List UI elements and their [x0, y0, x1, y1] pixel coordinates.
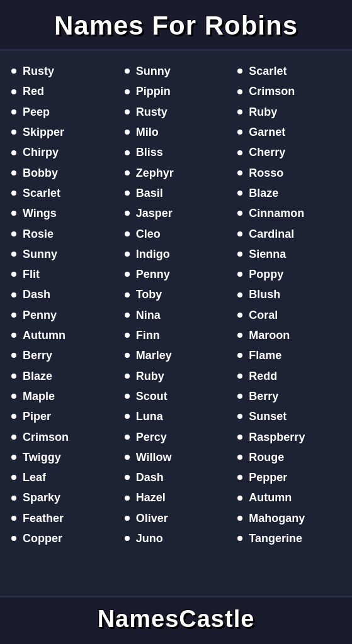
name-label: Cardinal [249, 226, 294, 242]
list-item: Nina [125, 305, 228, 325]
page-header: Names For Robins [0, 0, 352, 51]
list-item: Copper [11, 528, 115, 548]
bullet-icon [11, 414, 16, 419]
bullet-icon [125, 394, 130, 399]
list-item: Feather [11, 508, 115, 528]
bullet-icon [125, 252, 130, 257]
list-item: Sunset [237, 406, 341, 426]
name-label: Garnet [249, 125, 285, 140]
name-label: Raspberry [249, 430, 305, 445]
bullet-icon [125, 170, 130, 175]
bullet-icon [11, 130, 16, 135]
bullet-icon [11, 536, 16, 541]
name-label: Maroon [249, 328, 290, 343]
bullet-icon [237, 150, 242, 155]
list-item: Skipper [11, 122, 115, 142]
list-item: Penny [125, 264, 228, 284]
list-item: Mahogany [237, 508, 341, 528]
bullet-icon [237, 313, 242, 318]
name-label: Blaze [23, 369, 52, 384]
list-item: Sunny [11, 244, 115, 264]
column-1: RustyRedPeepSkipperChirpyBobbyScarletWin… [6, 61, 120, 586]
list-item: Cinnamon [237, 203, 341, 223]
bullet-icon [237, 191, 242, 196]
list-item: Tangerine [237, 528, 341, 548]
name-label: Hazel [136, 490, 166, 505]
name-label: Maple [23, 389, 55, 404]
list-item: Blaze [237, 183, 341, 203]
name-label: Piper [23, 409, 51, 424]
bullet-icon [125, 475, 130, 480]
bullet-icon [237, 292, 242, 297]
name-label: Scarlet [23, 186, 60, 201]
name-label: Poppy [249, 267, 283, 282]
bullet-icon [125, 150, 130, 155]
bullet-icon [125, 536, 130, 541]
name-label: Wings [23, 206, 57, 221]
name-label: Flit [23, 267, 40, 282]
list-item: Hazel [125, 487, 228, 508]
list-item: Red [11, 81, 115, 101]
bullet-icon [237, 455, 242, 460]
name-label: Zephyr [136, 165, 174, 180]
name-label: Rusty [136, 104, 167, 119]
bullet-icon [125, 496, 130, 501]
bullet-icon [125, 109, 130, 114]
name-label: Feather [23, 511, 64, 526]
list-item: Leaf [11, 467, 115, 487]
name-label: Tangerine [249, 531, 302, 546]
list-item: Scarlet [237, 61, 341, 81]
name-label: Rusty [23, 64, 54, 79]
name-label: Toby [136, 287, 162, 302]
list-item: Maroon [237, 325, 341, 345]
bullet-icon [237, 89, 242, 94]
list-item: Bobby [11, 163, 115, 183]
name-label: Nina [136, 308, 161, 323]
name-label: Crimson [23, 430, 69, 445]
bullet-icon [125, 414, 130, 419]
page-title: Names For Robins [10, 11, 342, 40]
list-item: Pepper [237, 467, 341, 487]
list-item: Cardinal [237, 224, 341, 244]
bullet-icon [237, 475, 242, 480]
name-label: Scarlet [249, 64, 287, 79]
list-item: Penny [11, 305, 115, 325]
bullet-icon [11, 455, 16, 460]
name-label: Twiggy [23, 450, 61, 465]
name-label: Rouge [249, 450, 284, 465]
bullet-icon [11, 211, 16, 216]
bullet-icon [237, 69, 242, 74]
name-label: Willow [136, 450, 172, 465]
list-item: Toby [125, 284, 228, 304]
bullet-icon [125, 191, 130, 196]
name-label: Sunny [23, 247, 57, 262]
name-label: Oliver [136, 511, 168, 526]
list-item: Poppy [237, 264, 341, 284]
name-label: Indigo [136, 247, 170, 262]
name-label: Flame [249, 348, 281, 363]
list-item: Berry [11, 345, 115, 365]
bullet-icon [237, 170, 242, 175]
list-item: Juno [125, 528, 228, 548]
name-label: Cleo [136, 226, 161, 242]
list-item: Scarlet [11, 183, 115, 203]
list-item: Rusty [11, 61, 115, 81]
list-item: Wings [11, 203, 115, 223]
name-label: Sparky [23, 490, 60, 505]
list-item: Autumn [237, 487, 341, 508]
name-label: Berry [249, 389, 278, 404]
name-label: Bliss [136, 145, 163, 160]
names-columns: RustyRedPeepSkipperChirpyBobbyScarletWin… [6, 61, 346, 586]
name-label: Ruby [249, 104, 277, 119]
bullet-icon [237, 231, 242, 236]
bullet-icon [125, 292, 130, 297]
name-label: Red [23, 84, 44, 99]
bullet-icon [237, 353, 242, 358]
bullet-icon [125, 89, 130, 94]
bullet-icon [11, 292, 16, 297]
list-item: Indigo [125, 244, 228, 264]
list-item: Redd [237, 366, 341, 386]
bullet-icon [11, 333, 16, 338]
bullet-icon [11, 353, 16, 358]
list-item: Crimson [11, 427, 115, 447]
